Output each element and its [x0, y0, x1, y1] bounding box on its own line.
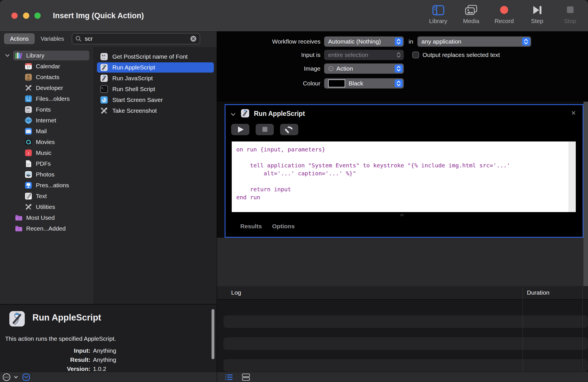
- contacts-icon: [24, 73, 32, 81]
- output-replaces-checkbox[interactable]: [412, 52, 419, 58]
- zoom-window-button[interactable]: [34, 13, 41, 19]
- quicktime-icon: [24, 138, 32, 146]
- automator-window: Insert Img (Quick Action) LibraryMediaRe…: [0, 0, 588, 382]
- library-tree: LibraryJUL17CalendarContactsDeveloperFil…: [0, 50, 94, 234]
- close-action-icon[interactable]: ×: [571, 109, 576, 117]
- description-field: Result:Anything: [0, 355, 199, 364]
- action-item-run-javascript[interactable]: Run JavaScript: [94, 73, 217, 84]
- sidebar-item-label: Text: [36, 193, 47, 200]
- canvas-scrollbar-gutter[interactable]: [583, 102, 588, 286]
- search-icon: [75, 35, 82, 42]
- log-row: [223, 315, 588, 328]
- minimize-window-button[interactable]: [23, 13, 29, 19]
- in-label: in: [409, 38, 413, 45]
- action-item-take-screenshot[interactable]: Take Screenshot: [94, 105, 217, 116]
- sidebar-item-label: Library: [26, 52, 44, 59]
- action-item-start-screen-saver[interactable]: Start Screen Saver: [94, 95, 217, 105]
- sidebar-item-label: Music: [36, 149, 51, 156]
- stack-view-icon[interactable]: [241, 373, 251, 381]
- svg-text:a: a: [104, 57, 105, 60]
- toolbar-step-button[interactable]: Step: [525, 4, 549, 24]
- svg-text:♪: ♪: [27, 151, 30, 155]
- search-input[interactable]: [84, 35, 190, 42]
- window-title: Insert Img (Quick Action): [53, 11, 144, 20]
- colour-label: Colour: [217, 80, 324, 87]
- image-popup[interactable]: Action: [324, 63, 404, 74]
- mail-icon: [24, 127, 32, 135]
- action-description-panel: Run AppleScript This action runs the spe…: [0, 304, 217, 372]
- wrench-icon: [100, 106, 108, 115]
- svg-text:A: A: [102, 57, 103, 60]
- collapse-chevron-icon[interactable]: [230, 111, 236, 118]
- sidebar-item-photos[interactable]: Photos: [0, 169, 94, 180]
- screensaver-icon: [100, 96, 108, 104]
- action-item-get-postscript-name-of-font[interactable]: AAAaGet PostScript name of Font: [94, 51, 217, 62]
- code-editor[interactable]: on run {input, parameters} tell applicat…: [232, 141, 576, 212]
- popup-stepper-icon: [395, 51, 403, 59]
- workflow-receives-popup[interactable]: Automatic (Nothing): [324, 36, 404, 47]
- action-item-run-shell-script[interactable]: >_Run Shell Script: [94, 84, 217, 95]
- resize-handle[interactable]: [400, 214, 404, 216]
- stop-script-button[interactable]: [256, 124, 274, 135]
- sidebar-item-label: Recen...Added: [26, 225, 66, 232]
- sidebar-item-label: Fonts: [36, 106, 51, 113]
- sidebar-item-internet[interactable]: Internet: [0, 115, 94, 126]
- main-divider: [217, 31, 217, 382]
- compile-script-button[interactable]: [280, 124, 298, 135]
- toolbar-library-button[interactable]: Library: [426, 4, 450, 24]
- sidebar-item-utilities[interactable]: Utilities: [0, 202, 94, 212]
- chevron-slot: [5, 226, 13, 231]
- sidebar-item-label: Internet: [36, 117, 56, 124]
- workflow-settings: Workflow receives Automatic (Nothing) in…: [217, 31, 588, 102]
- tab-variables[interactable]: Variables: [36, 33, 68, 44]
- sidebar-item-label: Mail: [36, 128, 47, 135]
- chevron-slot[interactable]: [5, 53, 13, 58]
- application-value: any application: [421, 38, 461, 45]
- chevron-down-icon[interactable]: [13, 375, 19, 380]
- tab-options[interactable]: Options: [272, 223, 295, 230]
- colour-popup[interactable]: Black: [324, 78, 404, 89]
- toolbar-record-button[interactable]: Record: [492, 4, 516, 24]
- log-row: [223, 359, 588, 372]
- sidebar-item-contacts[interactable]: Contacts: [0, 72, 94, 83]
- code-scrollbar-gutter[interactable]: [569, 141, 576, 212]
- action-image-icon: [328, 66, 334, 71]
- library-header: Actions Variables: [0, 32, 217, 48]
- workflow-receives-value: Automatic (Nothing): [328, 38, 381, 45]
- sidebar-item-developer[interactable]: Developer: [0, 83, 94, 93]
- tab-results[interactable]: Results: [240, 223, 262, 230]
- clear-search-icon[interactable]: [190, 35, 197, 42]
- sidebar-item-text[interactable]: Text: [0, 191, 94, 202]
- sidebar-item-music[interactable]: ♪Music: [0, 147, 94, 158]
- popup-stepper-icon: [522, 38, 530, 46]
- search-field[interactable]: [72, 33, 200, 44]
- sidebar-item-pres-ations[interactable]: Pres...ations: [0, 180, 94, 191]
- show-panel-toggle-icon[interactable]: [22, 373, 30, 381]
- svg-text:17: 17: [27, 66, 30, 69]
- sidebar-item-label: Files...olders: [36, 95, 70, 102]
- sidebar-item-pdfs[interactable]: PDFs: [0, 158, 94, 169]
- sidebar-item-most-used[interactable]: Most Used: [0, 212, 94, 223]
- description-scrollbar[interactable]: [212, 309, 214, 359]
- sidebar-item-movies[interactable]: Movies: [0, 137, 94, 147]
- sidebar-item-mail[interactable]: Mail: [0, 126, 94, 137]
- close-window-button[interactable]: [11, 13, 18, 19]
- list-view-icon[interactable]: [224, 373, 233, 381]
- sidebar-item-calendar[interactable]: JUL17Calendar: [0, 61, 94, 72]
- toolbar-media-button[interactable]: Media: [459, 4, 483, 24]
- application-popup[interactable]: any application: [417, 36, 531, 47]
- tab-actions[interactable]: Actions: [4, 33, 35, 44]
- toolbar-stop-button[interactable]: Stop: [558, 4, 582, 24]
- sidebar-item-recen-added[interactable]: Recen...Added: [0, 223, 94, 234]
- sidebar-item-library[interactable]: Library: [0, 50, 94, 61]
- run-script-button[interactable]: [231, 124, 249, 135]
- sidebar-item-fonts[interactable]: AAAaFonts: [0, 104, 94, 115]
- log-header: Log Duration: [217, 286, 588, 300]
- applescript-code[interactable]: on run {input, parameters} tell applicat…: [232, 141, 576, 201]
- description-field: Input:Anything: [0, 346, 199, 355]
- sidebar-item-label: Contacts: [36, 74, 59, 81]
- ellipsis-circle-icon[interactable]: [2, 373, 11, 381]
- sidebar-item-files-olders[interactable]: Files...olders: [0, 93, 94, 104]
- folder-icon: [15, 214, 23, 222]
- action-item-run-applescript[interactable]: Run AppleScript: [94, 62, 217, 73]
